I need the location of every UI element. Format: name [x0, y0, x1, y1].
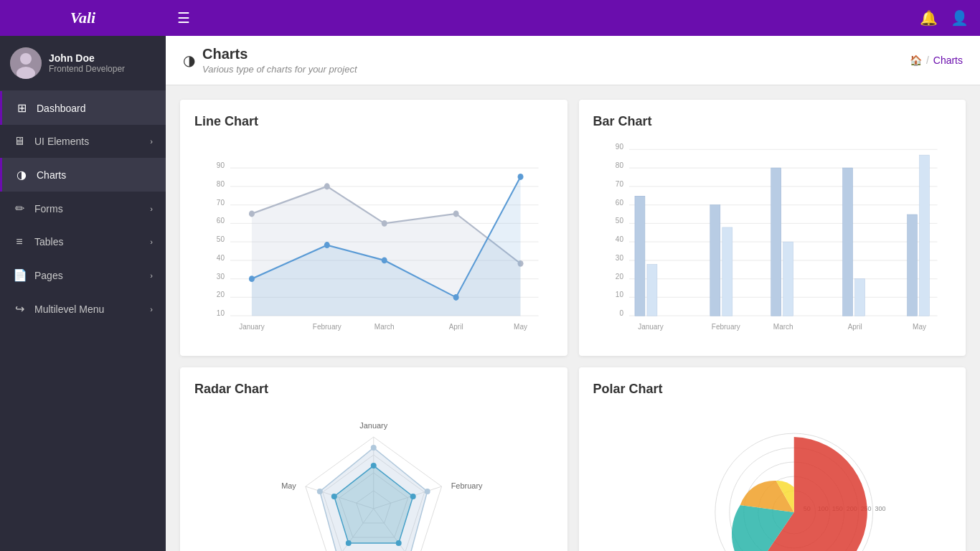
sidebar-item-label: Forms [34, 203, 150, 215]
svg-text:60: 60 [615, 197, 623, 207]
svg-text:90: 90 [615, 142, 623, 151]
svg-text:50: 50 [217, 235, 225, 244]
svg-point-90 [371, 445, 377, 451]
svg-point-94 [317, 489, 323, 494]
svg-point-99 [331, 494, 337, 499]
svg-point-31 [453, 210, 459, 217]
svg-text:90: 90 [217, 161, 225, 170]
bar-chart-container: 0 10 20 30 40 50 60 70 80 90 [593, 141, 952, 342]
svg-text:February: February [451, 481, 483, 490]
svg-rect-69 [783, 242, 793, 316]
main-content: ☰ 🔔 👤 ◑ Charts Various type of charts fo… [166, 0, 980, 551]
svg-point-91 [425, 489, 430, 494]
bar-chart-title: Bar Chart [593, 114, 952, 129]
svg-point-97 [396, 540, 402, 546]
svg-point-95 [371, 463, 377, 468]
sidebar-item-forms[interactable]: ✏ Forms › [0, 192, 166, 225]
svg-rect-64 [634, 196, 644, 316]
sidebar-item-label: Dashboard [37, 103, 153, 114]
sidebar-item-ui-elements[interactable]: 🖥 UI Elements › [0, 125, 166, 158]
chevron-right-icon: › [150, 271, 153, 280]
avatar [10, 47, 42, 79]
svg-rect-65 [646, 264, 656, 316]
sidebar-logo: Vali [0, 0, 166, 36]
menu-toggle-icon[interactable]: ☰ [177, 9, 190, 27]
svg-point-28 [249, 210, 255, 217]
svg-text:80: 80 [217, 179, 225, 188]
charts-icon: ◑ [15, 168, 28, 182]
charts-grid: Line Chart 10 20 30 40 [180, 100, 966, 551]
topbar-icons: 🔔 👤 [920, 9, 969, 27]
svg-point-98 [346, 540, 352, 546]
svg-text:January: January [239, 322, 265, 331]
page-title: Charts [202, 46, 357, 62]
topbar: ☰ 🔔 👤 [166, 0, 980, 36]
sidebar-item-charts[interactable]: ◑ Charts [0, 158, 166, 192]
page-header: ◑ Charts Various type of charts for your… [166, 36, 980, 85]
notification-icon[interactable]: 🔔 [920, 9, 938, 27]
svg-text:40: 40 [217, 253, 225, 262]
svg-text:30: 30 [615, 253, 623, 262]
svg-text:40: 40 [615, 235, 623, 244]
svg-text:10: 10 [217, 309, 225, 318]
svg-point-96 [410, 494, 416, 499]
user-profile-icon[interactable]: 👤 [951, 9, 969, 27]
svg-text:March: March [773, 322, 793, 331]
svg-rect-73 [919, 155, 929, 316]
ui-elements-icon: 🖥 [13, 135, 26, 148]
chevron-right-icon: › [150, 137, 153, 146]
svg-text:May: May [514, 322, 528, 331]
chevron-right-icon: › [150, 305, 153, 314]
radar-chart-container: January February March April May [194, 408, 553, 551]
chevron-right-icon: › [150, 237, 153, 246]
charts-page-icon: ◑ [183, 52, 195, 69]
sidebar-item-tables[interactable]: ≡ Tables › [0, 225, 166, 258]
polar-chart-card: Polar Chart 300 250 [579, 367, 966, 551]
sidebar-item-label: Tables [34, 236, 150, 248]
chevron-right-icon: › [150, 204, 153, 213]
sidebar-user: John Doe Frontend Developer [0, 36, 166, 91]
svg-point-34 [249, 276, 255, 282]
page-header-left: ◑ Charts Various type of charts for your… [183, 46, 357, 75]
radar-chart-svg: January February March April May [194, 408, 553, 551]
polar-chart-title: Polar Chart [593, 382, 952, 397]
breadcrumb: 🏠 / Charts [910, 55, 963, 66]
sidebar-item-multilevel[interactable]: ↪ Multilevel Menu › [0, 292, 166, 326]
svg-point-1 [20, 53, 32, 65]
brand-name: Vali [70, 9, 95, 27]
breadcrumb-current[interactable]: Charts [933, 55, 963, 66]
svg-text:0: 0 [619, 309, 623, 318]
forms-icon: ✏ [13, 202, 26, 215]
svg-text:April: April [449, 322, 463, 331]
sidebar-item-label: Multilevel Menu [34, 303, 150, 315]
user-name: John Doe [49, 52, 125, 64]
svg-text:300: 300 [875, 505, 885, 512]
sidebar: Vali John Doe Frontend Developer ⊞ Dashb… [0, 0, 166, 551]
polar-chart-svg: 300 250 200 150 100 50 [593, 408, 952, 551]
home-icon[interactable]: 🏠 [910, 55, 922, 66]
svg-point-29 [324, 183, 330, 189]
svg-text:60: 60 [217, 216, 225, 225]
svg-point-30 [382, 220, 387, 227]
svg-text:20: 20 [217, 290, 225, 299]
svg-text:April: April [847, 322, 862, 331]
svg-rect-66 [710, 205, 720, 316]
svg-text:February: February [711, 322, 740, 331]
svg-point-35 [324, 242, 330, 248]
line-chart-container: 10 20 30 40 50 60 70 80 90 [194, 141, 553, 342]
sidebar-item-label: Charts [37, 169, 153, 181]
svg-text:May: May [913, 322, 927, 331]
svg-text:50: 50 [615, 216, 623, 225]
polar-chart-container: 300 250 200 150 100 50 [593, 408, 952, 551]
svg-text:May: May [281, 481, 296, 490]
pages-icon: 📄 [13, 268, 26, 282]
radar-chart-card: Radar Chart [180, 367, 567, 551]
sidebar-item-label: Pages [34, 270, 150, 281]
sidebar-item-dashboard[interactable]: ⊞ Dashboard [0, 91, 166, 125]
line-chart-svg: 10 20 30 40 50 60 70 80 90 [194, 141, 553, 342]
svg-text:10: 10 [615, 290, 623, 299]
svg-rect-67 [722, 227, 732, 316]
svg-point-38 [518, 174, 524, 180]
svg-text:February: February [313, 322, 342, 331]
sidebar-item-pages[interactable]: 📄 Pages › [0, 258, 166, 292]
